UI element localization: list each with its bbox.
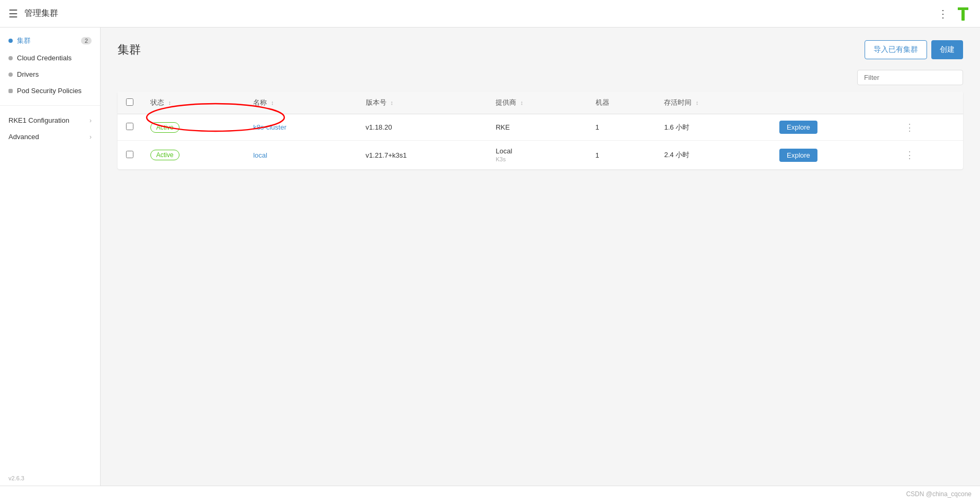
sidebar: 集群 2 Cloud Credentials Drivers Pod Secur…: [0, 28, 101, 486]
th-provider: 提供商 ↕: [487, 92, 587, 114]
th-status: 状态 ↕: [142, 92, 245, 114]
th-uptime-sort-icon[interactable]: ↕: [696, 99, 699, 106]
cluster-table-wrapper: 状态 ↕ 名称 ↕ 版本号 ↕ 提供商 ↕: [118, 92, 963, 169]
row1-more-cell: ⋮: [894, 114, 963, 141]
row2-provider-sub: K3s: [496, 156, 506, 162]
rancher-logo: [955, 5, 972, 22]
row2-provider-cell: Local K3s: [487, 141, 587, 170]
row2-more-icon[interactable]: ⋮: [903, 150, 916, 160]
table-row: Active k8s-cluster v1.18.20 RKE 1: [118, 114, 963, 141]
row1-explore-button[interactable]: Explore: [779, 121, 817, 134]
row2-cluster-link[interactable]: local: [253, 151, 267, 159]
sidebar-item-rke1-label: RKE1 Configuration: [8, 116, 69, 124]
version-label: v2.6.3: [0, 471, 100, 486]
app-title: 管理集群: [24, 8, 938, 19]
row2-checkbox[interactable]: [126, 151, 133, 158]
page-header: 集群 导入已有集群 创建: [118, 40, 963, 59]
th-more: [894, 92, 963, 114]
row1-version: v1.18.20: [366, 123, 392, 131]
table-header: 状态 ↕ 名称 ↕ 版本号 ↕ 提供商 ↕: [118, 92, 963, 114]
clusters-badge: 2: [81, 37, 92, 44]
th-name-sort-icon[interactable]: ↕: [271, 99, 274, 106]
page-actions: 导入已有集群 创建: [865, 40, 963, 59]
pod-security-dot: [8, 89, 13, 93]
row1-provider: RKE: [496, 123, 510, 131]
th-name-label: 名称: [253, 98, 267, 106]
sidebar-item-drivers-label: Drivers: [17, 70, 39, 78]
create-cluster-button[interactable]: 创建: [931, 40, 963, 59]
filter-input[interactable]: [857, 70, 963, 85]
row1-machines: 1: [596, 123, 599, 131]
logo-icon: [955, 5, 972, 22]
sidebar-item-pod-security-label: Pod Security Policies: [17, 87, 82, 95]
th-uptime-label: 存活时间: [664, 98, 691, 106]
row1-status-badge: Active: [150, 122, 179, 133]
row2-uptime-cell: 2.4 小时: [655, 141, 771, 170]
row2-explore-button[interactable]: Explore: [779, 149, 817, 162]
th-version-sort-icon[interactable]: ↕: [390, 99, 393, 106]
import-cluster-button[interactable]: 导入已有集群: [865, 40, 927, 59]
row1-uptime-cell: 1.6 小时: [655, 114, 771, 141]
row1-status-cell: Active: [142, 114, 245, 141]
sidebar-item-advanced-label: Advanced: [8, 133, 39, 141]
th-version-label: 版本号: [366, 98, 386, 106]
row1-version-cell: v1.18.20: [357, 114, 488, 141]
row2-more-cell: ⋮: [894, 141, 963, 170]
svg-rect-2: [958, 7, 968, 10]
menu-icon[interactable]: ☰: [8, 7, 18, 20]
row2-machines: 1: [596, 151, 599, 159]
sidebar-item-rke1-configuration[interactable]: RKE1 Configuration ›: [0, 112, 100, 129]
row1-checkbox-cell: [118, 114, 142, 141]
row1-explore-cell: Explore: [771, 114, 894, 141]
row1-uptime: 1.6 小时: [664, 123, 689, 131]
header-more-icon[interactable]: ⋮: [938, 7, 948, 20]
row1-more-icon[interactable]: ⋮: [903, 122, 916, 133]
clusters-dot: [8, 39, 13, 43]
advanced-chevron-icon: ›: [89, 133, 92, 141]
row2-version-cell: v1.21.7+k3s1: [357, 141, 488, 170]
page-title: 集群: [118, 42, 141, 58]
th-status-sort-icon[interactable]: ↕: [168, 99, 172, 106]
row1-checkbox[interactable]: [126, 123, 133, 130]
th-uptime: 存活时间 ↕: [655, 92, 771, 114]
sidebar-section-main: 集群 2 Cloud Credentials Drivers Pod Secur…: [0, 28, 100, 103]
th-machines-label: 机器: [596, 98, 609, 106]
th-machines: 机器: [587, 92, 656, 114]
row2-machines-cell: 1: [587, 141, 656, 170]
row1-provider-cell: RKE: [487, 114, 587, 141]
main-content: 集群 导入已有集群 创建 状态 ↕: [101, 28, 980, 486]
cloud-credentials-dot: [8, 56, 13, 60]
row2-name-cell: local: [245, 141, 357, 170]
sidebar-item-cloud-credentials-label: Cloud Credentials: [17, 54, 71, 62]
th-provider-sort-icon[interactable]: ↕: [520, 99, 524, 106]
sidebar-item-cloud-credentials[interactable]: Cloud Credentials: [0, 50, 100, 66]
th-provider-label: 提供商: [496, 98, 516, 106]
sidebar-item-drivers[interactable]: Drivers: [0, 66, 100, 83]
main-layout: 集群 2 Cloud Credentials Drivers Pod Secur…: [0, 28, 980, 486]
th-name: 名称 ↕: [245, 92, 357, 114]
select-all-checkbox[interactable]: [126, 98, 133, 106]
table-body: Active k8s-cluster v1.18.20 RKE 1: [118, 114, 963, 170]
footer-attribution: CSDN @china_cqcone: [906, 490, 972, 498]
th-status-label: 状态: [150, 98, 164, 106]
row1-name-cell: k8s-cluster: [245, 114, 357, 141]
sidebar-divider: [0, 105, 100, 106]
sidebar-item-pod-security-policies[interactable]: Pod Security Policies: [0, 83, 100, 99]
app-footer: CSDN @china_cqcone: [0, 486, 980, 502]
table-row: Active local v1.21.7+k3s1 Local K3s: [118, 141, 963, 170]
rke1-chevron-icon: ›: [89, 117, 92, 124]
app-header: ☰ 管理集群 ⋮: [0, 0, 980, 28]
th-version: 版本号 ↕: [357, 92, 488, 114]
row1-cluster-link[interactable]: k8s-cluster: [253, 123, 286, 131]
row2-version: v1.21.7+k3s1: [366, 151, 407, 159]
svg-rect-1: [961, 10, 965, 21]
row2-checkbox-cell: [118, 141, 142, 170]
th-actions: [771, 92, 894, 114]
sidebar-item-clusters[interactable]: 集群 2: [0, 32, 100, 50]
cluster-table: 状态 ↕ 名称 ↕ 版本号 ↕ 提供商 ↕: [118, 92, 963, 169]
sidebar-item-advanced[interactable]: Advanced ›: [0, 129, 100, 145]
filter-row: [118, 70, 963, 85]
row2-uptime: 2.4 小时: [664, 151, 689, 159]
row2-status-badge: Active: [150, 150, 179, 160]
drivers-dot: [8, 72, 13, 77]
